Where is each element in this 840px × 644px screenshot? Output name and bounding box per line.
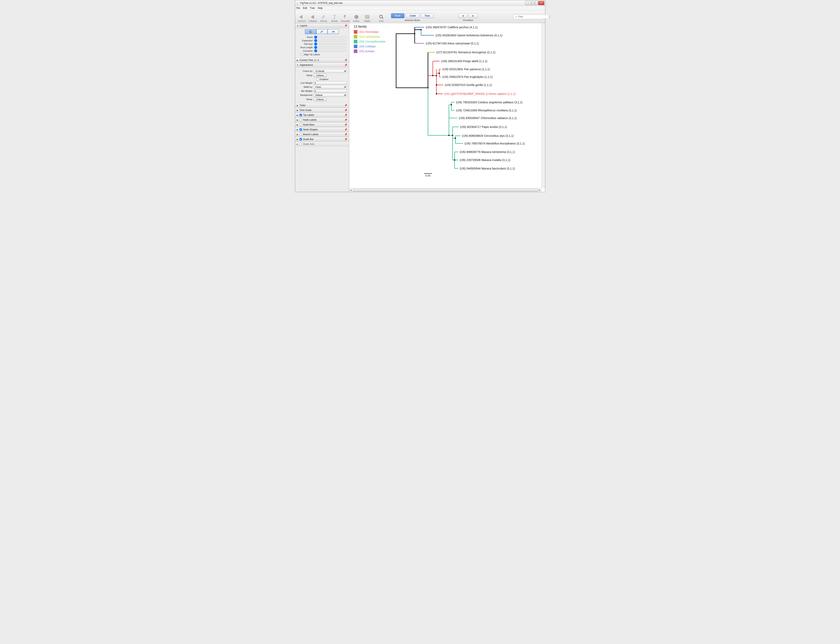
tip-label[interactable]: (r26) 795076074 Mandrillus leucophaeus (… — [465, 142, 525, 145]
pin-icon[interactable]: 📌 — [344, 138, 347, 141]
tip-label[interactable]: (r26) 806638776 Macaca nemestrina (3,1,1… — [460, 150, 515, 154]
menu-help[interactable]: Help — [318, 7, 323, 10]
filter-input[interactable] — [518, 15, 548, 18]
prev-next: ◄ ► Prev/Next — [458, 12, 478, 21]
pin-icon[interactable]: 📌 — [344, 118, 347, 121]
root-length-slider[interactable] — [314, 46, 347, 49]
node-bars-checkbox[interactable] — [300, 123, 302, 126]
tip-label[interactable]: (r28) 289191459 Pongo abelii (1,1,1) — [441, 59, 488, 63]
tip-label[interactable]: (r26) 806638828 Cercocebus atys (3,1,1) — [462, 134, 514, 137]
colours-button[interactable]: Colours — [314, 74, 327, 77]
colour-by-select[interactable]: 12-family — [314, 69, 347, 73]
maximize-button[interactable]: ☐ — [532, 1, 538, 5]
colours-button-2[interactable]: Colours — [314, 97, 327, 101]
min-weight-stepper[interactable] — [314, 89, 347, 93]
layout-rectangular-button[interactable] — [305, 29, 316, 34]
fisheye-slider[interactable] — [314, 43, 347, 45]
pin-icon[interactable]: 📌 — [344, 59, 347, 62]
tip-label[interactable]: (r26) 724813358 Rhinopithecus roxellana … — [456, 109, 517, 112]
pin-icon[interactable]: 📌 — [344, 133, 347, 136]
tip-label[interactable]: (r25) 817347160 Aotus nancymaae (5,1,1) — [426, 42, 479, 45]
prev-button[interactable]: ◄ — [458, 13, 467, 18]
layout-polar-button[interactable] — [316, 29, 327, 34]
collapse-button[interactable]: Collapse — [308, 11, 318, 22]
branch-labels-header[interactable]: ▶Branch Labels📌 — [295, 132, 349, 137]
horizontal-scrollbar[interactable]: ◄ ► — [349, 188, 542, 192]
menu-edit[interactable]: Edit — [303, 7, 307, 10]
appearance-panel-header[interactable]: ▼Appearance📌 — [295, 62, 349, 67]
rotate-button[interactable]: Rotate — [329, 11, 340, 22]
svg-point-10 — [427, 87, 429, 89]
scroll-thumb[interactable] — [353, 189, 538, 191]
scale-bar-checkbox[interactable] — [300, 138, 302, 140]
node-mode-button[interactable]: Node — [391, 13, 404, 18]
line-weight-stepper[interactable] — [314, 81, 347, 85]
layout-panel-header[interactable]: ▼Layout 📌 — [295, 23, 349, 28]
scale-bar-header[interactable]: ▶Scale Bar📌 — [295, 137, 349, 141]
clade-mode-button[interactable]: Clade — [406, 13, 419, 18]
background-select[interactable]: Default — [314, 93, 347, 97]
tip-label[interactable]: (r29) 525313831 Pan paniscus (1,1,1) — [442, 67, 490, 71]
scroll-left-icon[interactable]: ◄ — [349, 189, 352, 191]
cartoon-button[interactable]: Cartoon — [297, 11, 307, 22]
tip-labels-checkbox[interactable] — [300, 114, 302, 116]
vertical-scrollbar[interactable] — [542, 23, 545, 188]
branch-labels-checkbox[interactable] — [300, 133, 302, 136]
tip-label[interactable]: (r26) 544509544 Macaca fascicularis (3,1… — [460, 167, 515, 170]
node-bars-header[interactable]: ▶Node Bars📌 — [295, 122, 349, 127]
find-button[interactable]: Find — [376, 11, 386, 22]
minimize-button[interactable]: ─ — [525, 1, 531, 5]
scale-axis-checkbox[interactable] — [300, 143, 302, 145]
annotate-button[interactable]: Annotate — [340, 11, 351, 22]
gradient-checkbox[interactable] — [316, 78, 319, 80]
clear-filter-button[interactable]: × — [549, 15, 550, 18]
tip-label[interactable]: (r29) 299522973 Pan troglodytes (1,1,1) — [442, 75, 493, 79]
close-button[interactable]: ✕ — [538, 1, 544, 5]
tip-label[interactable]: (r26) 402904717 Papio anubis (3,1,1) — [460, 125, 507, 128]
scroll-right-icon[interactable]: ► — [538, 189, 542, 191]
pin-icon[interactable]: 📌 — [344, 64, 347, 66]
reroot-button[interactable]: Reroot — [319, 11, 329, 22]
next-button[interactable]: ► — [469, 13, 478, 18]
tip-label[interactable]: (r31) gi|4757876|ref|NP_004326.1| Homo s… — [444, 92, 516, 95]
taxa-mode-button[interactable]: Taxa — [421, 13, 434, 18]
node-shapes-header[interactable]: ▶Node Shapes📌 — [295, 127, 349, 132]
pin-icon[interactable]: 📌 — [344, 109, 347, 112]
menu-file[interactable]: File — [296, 7, 300, 10]
menu-tree[interactable]: Tree — [310, 7, 315, 10]
tool-group-edit: Cartoon Collapse Reroot Rotate Annotate … — [297, 11, 386, 22]
tip-labels-header[interactable]: ▶Tip Labels📌 — [295, 113, 349, 117]
pin-icon[interactable]: 📌 — [344, 104, 347, 107]
pin-icon[interactable]: 📌 — [344, 113, 347, 117]
chevron-down-icon[interactable]: ▼ — [516, 16, 517, 18]
selection-mode: Node Clade Taxa Selection Mode — [391, 12, 434, 21]
expansion-slider[interactable] — [314, 39, 347, 42]
tip-label[interactable]: (r27) 821324761 Nomascus leucogenys (2,1… — [436, 51, 496, 54]
tip-label[interactable]: (r26) 239735506 Macaca mulatta (3,1,1) — [460, 158, 511, 162]
tip-label[interactable]: (r26) 795333263 Colobus angolensis palli… — [456, 101, 522, 104]
node-labels-checkbox[interactable] — [300, 118, 302, 121]
trees-header[interactable]: ▶Trees📌 — [295, 103, 349, 108]
align-tip-labels-checkbox[interactable] — [301, 53, 303, 56]
pin-icon[interactable]: 📌 — [344, 128, 347, 131]
colour-button[interactable]: Colour — [351, 11, 362, 22]
node-labels-header[interactable]: ▶Node Labels📌 — [295, 117, 349, 122]
current-tree-header[interactable]: ▶Current Tree: 1 / 1📌 — [295, 58, 349, 62]
hilight-button[interactable]: Hilight — [362, 11, 373, 22]
tip-label[interactable]: (r29) 525507015 Gorilla gorilla (1,1,1) — [445, 83, 492, 87]
scale-axis-header[interactable]: ▶Scale Axis — [295, 141, 349, 146]
tree-canvas[interactable]: 12-family (01) Hominidae(02) Hylobatidae… — [349, 23, 545, 192]
tip-label[interactable]: (r25) 403303403 Saimiri boliviensis boli… — [436, 34, 503, 37]
sidebar: ▼Layout 📌 Zoom: Expansion: Fish Eye: Roo… — [295, 23, 349, 192]
pin-icon[interactable]: 📌 — [344, 24, 347, 27]
tip-label[interactable]: (r25) 390478707 Callithrix jacchus (4,1,… — [426, 26, 478, 29]
pin-icon[interactable]: 📌 — [344, 123, 347, 126]
time-scale-header[interactable]: ▶Time Scale📌 — [295, 108, 349, 113]
tree-canvas-wrap: 12-family (01) Hominidae(02) Hylobatidae… — [349, 23, 545, 192]
curvature-slider[interactable] — [314, 49, 347, 52]
zoom-slider[interactable] — [314, 36, 347, 39]
width-by-select[interactable]: Fixed — [314, 85, 347, 89]
layout-radial-button[interactable] — [327, 29, 339, 34]
node-shapes-checkbox[interactable] — [300, 128, 302, 131]
tip-label[interactable]: (r26) 635036947 Chlorocebus sabaeus (3,1… — [459, 117, 517, 120]
